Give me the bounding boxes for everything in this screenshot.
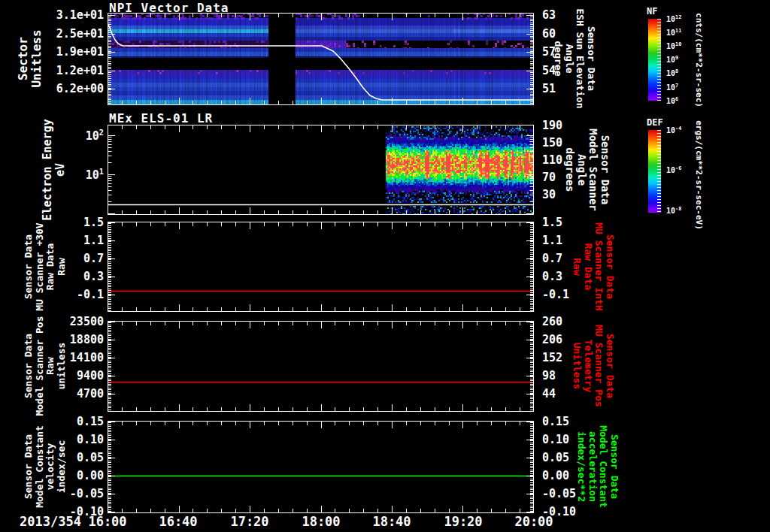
tick-label: 0.00 [77, 469, 104, 482]
x-tick-label: 16:00 [88, 514, 126, 529]
colorbar-def-title: DEF [647, 117, 663, 128]
npi-spectrogram-canvas [108, 13, 534, 105]
mu-scanner-30v-canvas [108, 222, 534, 312]
x-tick-label: 16:40 [159, 514, 197, 529]
panel-model-constant-velocity [108, 421, 534, 513]
tick-label: 0.10 [542, 433, 569, 446]
x-tick-label: 18:00 [302, 514, 340, 529]
colorbar-def-labels: 10-410-610-8 [666, 0, 699, 532]
y-tick-labels-p5-right: 0.150.100.050.00-0.05-0.10 [542, 0, 595, 532]
tick-label: 10-8 [666, 206, 681, 215]
tick-label: -0.05 [70, 487, 104, 500]
tick-label: 0.10 [77, 433, 104, 446]
plot-screen: NPI Vector Data MEx ELS-01 LR SectorUnit… [0, 0, 770, 532]
x-tick-label: 17:20 [230, 514, 268, 529]
x-tick-label: 18:40 [372, 514, 411, 529]
model-scanner-pos-canvas [108, 321, 534, 412]
tick-label: 0.00 [542, 469, 569, 482]
panel-mu-scanner-30v [108, 222, 534, 312]
x-axis-date-label: 2013/354 [18, 514, 81, 529]
els-spectrogram-canvas [108, 125, 534, 215]
tick-label: 0.15 [542, 415, 569, 428]
panel-npi-spectrogram [108, 13, 534, 105]
colorbar-def-ticks [657, 130, 661, 213]
panel-title-els: MEx ELS-01 LR [109, 111, 213, 125]
x-tick-label: 20:00 [514, 514, 553, 529]
model-constant-velocity-canvas [108, 421, 534, 513]
panel-model-scanner-pos [108, 321, 534, 412]
colorbar-def: DEF [648, 130, 661, 213]
colorbar-nf: NF [648, 19, 661, 101]
colorbar-nf-ticks [657, 19, 661, 101]
tick-label: 0.05 [77, 451, 104, 464]
colorbar-nf-title: NF [647, 6, 657, 17]
x-tick-label: 19:20 [444, 514, 482, 529]
tick-label: 0.15 [77, 415, 104, 428]
tick-label: 0.05 [542, 451, 569, 464]
panel-els-spectrogram [108, 125, 534, 215]
tick-label: -0.05 [542, 487, 576, 500]
tick-label: 10-4 [666, 125, 681, 135]
y-tick-labels-p5-left: 0.150.100.050.00-0.05-0.10 [21, 0, 104, 532]
tick-label: 10-6 [666, 165, 681, 174]
